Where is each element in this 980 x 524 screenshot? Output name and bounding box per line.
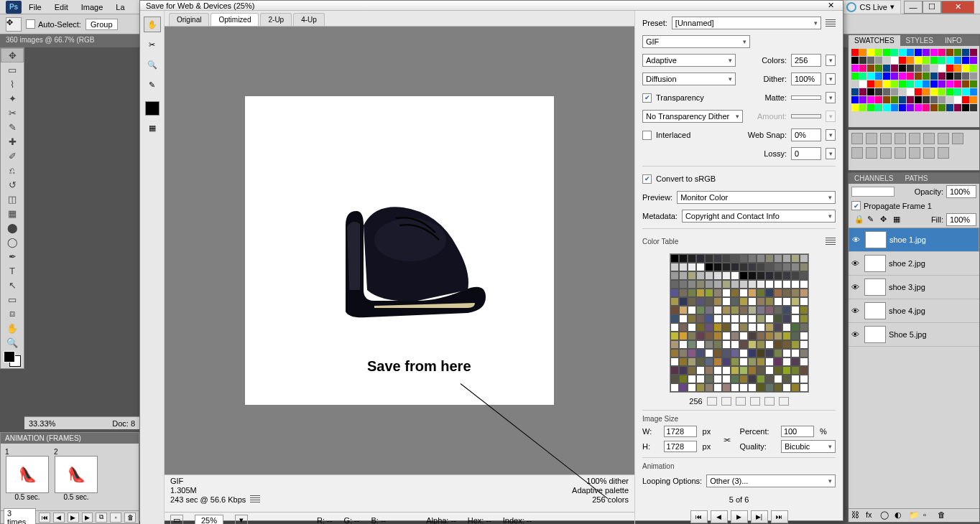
next-frame-button[interactable]: ▶ <box>82 513 93 523</box>
loop-select[interactable]: 3 times <box>4 508 36 525</box>
websnap-stepper[interactable] <box>826 129 836 141</box>
color-table[interactable] <box>670 253 809 393</box>
slice-visibility-icon[interactable]: ▦ <box>144 120 161 136</box>
first-frame-button[interactable]: ⏮ <box>39 513 50 523</box>
w-input[interactable] <box>664 426 697 437</box>
websnap-value[interactable]: 0% <box>791 128 821 141</box>
animation-frame[interactable]: 1 👠 0.5 sec. <box>5 448 50 506</box>
preset-select[interactable]: [Unnamed] <box>672 17 821 29</box>
opacity-value[interactable]: 100% <box>946 185 976 198</box>
new-layer-icon[interactable]: ▫ <box>923 510 935 520</box>
preview-canvas[interactable]: Save from here <box>165 27 634 474</box>
ct-icon[interactable] <box>736 397 746 406</box>
type-tool[interactable]: T <box>1 263 24 278</box>
minimize-button[interactable]: — <box>904 1 923 14</box>
tween-button[interactable]: ⧉ <box>96 513 107 523</box>
new-frame-button[interactable]: ▫ <box>110 513 121 523</box>
maximize-button[interactable]: ☐ <box>923 1 941 14</box>
eyedropper-tool[interactable]: ✎ <box>1 120 24 134</box>
ct-icon[interactable] <box>707 397 717 406</box>
matte-color[interactable] <box>791 95 821 100</box>
move-tool[interactable]: ✥ <box>1 48 24 62</box>
eyedropper-color[interactable] <box>145 101 160 116</box>
matte-stepper[interactable] <box>826 92 836 103</box>
info-menu-icon[interactable] <box>250 495 260 502</box>
quality-select[interactable]: Bicubic <box>781 440 836 453</box>
zoom-tool[interactable]: 🔍 <box>1 335 24 350</box>
delete-layer-icon[interactable]: 🗑 <box>938 510 949 520</box>
tab-info[interactable]: INFO <box>939 35 968 46</box>
ct-icon[interactable] <box>750 397 760 406</box>
play-button[interactable]: ▶ <box>68 513 79 523</box>
fill-value[interactable]: 100% <box>946 213 976 226</box>
lossy-value[interactable]: 0 <box>791 147 821 160</box>
loop-select[interactable]: Other (3)... <box>706 474 836 487</box>
prev-frame-button[interactable]: ◀ <box>53 513 65 523</box>
link-layers-icon[interactable]: ⛓ <box>851 510 863 520</box>
close-button[interactable]: ✕ <box>941 1 974 14</box>
menu-file[interactable]: File <box>23 1 47 13</box>
zoom-out-icon[interactable]: ▭ <box>170 515 183 525</box>
group-icon[interactable]: 📁 <box>909 510 920 520</box>
crop-tool[interactable]: ✂ <box>1 106 24 120</box>
blend-mode-select[interactable] <box>851 187 895 197</box>
propagate-checkbox[interactable]: ✔ <box>851 201 861 210</box>
tab-styles[interactable]: STYLES <box>900 35 939 46</box>
auto-select-target[interactable]: Group <box>85 19 118 30</box>
lossy-stepper[interactable] <box>826 148 836 159</box>
dither-method-select[interactable]: Diffusion <box>642 72 736 85</box>
move-tool-icon[interactable]: ✥ <box>6 17 22 32</box>
format-select[interactable]: GIF <box>642 35 750 48</box>
dodge-tool[interactable]: ◯ <box>1 235 24 249</box>
stamp-tool[interactable]: ⎌ <box>1 163 24 177</box>
frame-delay[interactable]: 0.5 sec. <box>14 493 40 501</box>
layer-row[interactable]: 👁shoe 3.jpg <box>849 276 979 299</box>
last-button[interactable]: ⏭ <box>771 510 788 523</box>
history-brush-tool[interactable]: ↺ <box>1 177 24 192</box>
brush-tool[interactable]: ✐ <box>1 149 24 163</box>
gradient-tool[interactable]: ▦ <box>1 206 24 220</box>
layer-row[interactable]: 👁shoe 2.jpg <box>849 252 979 276</box>
color-swap[interactable] <box>1 350 24 368</box>
frame-delay[interactable]: 0.5 sec. <box>63 493 88 501</box>
h-input[interactable] <box>664 441 697 452</box>
blur-tool[interactable]: ⬤ <box>1 220 24 235</box>
zoom-menu-icon[interactable]: ▾ <box>235 515 248 525</box>
first-button[interactable]: ⏮ <box>690 510 708 523</box>
hand-tool-icon[interactable]: ✋ <box>144 17 161 32</box>
swatches-grid[interactable] <box>849 46 979 115</box>
zoom-tool-icon[interactable]: 🔍 <box>144 57 161 72</box>
metadata-select[interactable]: Copyright and Contact Info <box>682 210 836 223</box>
layer-row[interactable]: 👁shoe 4.jpg <box>849 299 979 323</box>
hand-tool[interactable]: ✋ <box>1 321 24 335</box>
visibility-icon[interactable]: 👁 <box>851 330 861 339</box>
zoom-level[interactable]: 25% <box>195 515 223 525</box>
interlaced-checkbox[interactable] <box>642 131 652 140</box>
heal-tool[interactable]: ✚ <box>1 134 24 149</box>
ct-icon[interactable] <box>721 397 731 406</box>
tab-original[interactable]: Original <box>169 13 209 26</box>
slice-tool-icon[interactable]: ✂ <box>144 37 161 52</box>
menu-edit[interactable]: Edit <box>49 1 74 13</box>
preview-select[interactable]: Monitor Color <box>677 191 836 204</box>
tab-optimized[interactable]: Optimized <box>211 13 259 26</box>
dither-stepper[interactable] <box>826 73 836 85</box>
fx-icon[interactable]: fx <box>866 510 877 520</box>
tab-swatches[interactable]: SWATCHES <box>849 35 900 46</box>
menu-image[interactable]: Image <box>75 1 109 13</box>
tab-paths[interactable]: PATHS <box>899 173 933 184</box>
dialog-titlebar[interactable]: Save for Web & Devices (25%) ✕ <box>140 1 843 11</box>
animation-frame[interactable]: 2 👠 0.5 sec. <box>54 448 98 506</box>
layer-row[interactable]: 👁shoe 1.jpg <box>849 228 979 252</box>
delete-frame-button[interactable]: 🗑 <box>124 513 136 523</box>
auto-select-option[interactable]: Auto-Select: <box>26 19 81 29</box>
prev-button[interactable]: ◀ <box>711 510 728 523</box>
transparency-checkbox[interactable]: ✔ <box>642 93 652 103</box>
ct-icon[interactable] <box>764 397 775 406</box>
tab-4up[interactable]: 4-Up <box>293 13 325 26</box>
menu-layer[interactable]: La <box>110 1 130 13</box>
eraser-tool[interactable]: ◫ <box>1 192 24 206</box>
dither-value[interactable]: 100% <box>791 72 821 85</box>
srgb-checkbox[interactable]: ✔ <box>642 174 652 184</box>
preset-menu-icon[interactable] <box>826 19 836 27</box>
